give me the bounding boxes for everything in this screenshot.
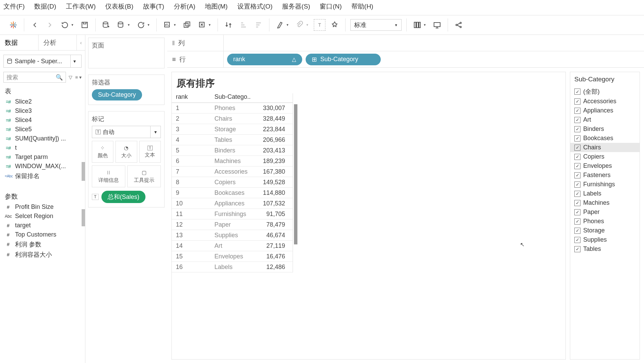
table-row[interactable]: 7Accessories167,380: [172, 166, 293, 177]
param-item[interactable]: 利润容器大小: [0, 250, 85, 260]
filter-checkbox-row[interactable]: ✓Envelopes: [574, 161, 635, 171]
totals-button[interactable]: T: [314, 19, 325, 31]
rows-shelf[interactable]: ≡行 rank△⊞Sub-Category: [167, 51, 644, 68]
mark-text-button[interactable]: T文本: [139, 141, 161, 163]
mark-type-selector[interactable]: T自动 ▾: [92, 126, 161, 138]
table-row[interactable]: 8Copiers149,528: [172, 177, 293, 188]
undo-button[interactable]: [29, 19, 41, 31]
table-row[interactable]: 16Labels12,486: [172, 262, 293, 272]
mark-detail-button[interactable]: ⁝⁝详细信息: [92, 165, 125, 187]
datasource-selector[interactable]: Sample - Super... ▾: [3, 55, 82, 68]
columns-shelf[interactable]: ⦀列: [167, 35, 644, 51]
table-row[interactable]: 6Machines189,239: [172, 156, 293, 166]
filter-checkbox-row[interactable]: ✓Paper: [574, 207, 635, 217]
shelf-pill[interactable]: ⊞Sub-Category: [306, 54, 381, 65]
field-item[interactable]: SUM([Quantity]) ...: [0, 134, 85, 143]
shelf-pill[interactable]: rank△: [227, 54, 302, 65]
filter-checkbox-row[interactable]: ✓(全部): [574, 86, 635, 97]
filter-checkbox-row[interactable]: ✓Chairs: [570, 143, 640, 152]
filter-checkbox-row[interactable]: ✓Binders: [574, 124, 635, 134]
menu-item[interactable]: 仪表板(B): [105, 2, 133, 11]
filter-icon[interactable]: ▽: [69, 75, 72, 80]
field-item[interactable]: Target parm: [0, 152, 85, 162]
menu-item[interactable]: 分析(A): [174, 2, 195, 11]
table-row[interactable]: 12Paper78,479: [172, 219, 293, 230]
table-row[interactable]: 15Envelopes16,476: [172, 251, 293, 262]
table-row[interactable]: 4Tables206,966: [172, 135, 293, 145]
show-cards-button[interactable]: ▼: [411, 19, 428, 31]
fit-dropdown[interactable]: 标准 ▼: [350, 19, 402, 31]
filter-checkbox-row[interactable]: ✓Copiers: [574, 152, 635, 161]
filter-checkbox-row[interactable]: ✓Storage: [574, 226, 635, 235]
menu-item[interactable]: 设置格式(O): [237, 2, 272, 11]
table-row[interactable]: 13Supplies46,674: [172, 230, 293, 241]
scrollbar-thumb[interactable]: [294, 104, 297, 244]
tableau-logo-icon[interactable]: [8, 19, 19, 31]
sort-desc-button[interactable]: [253, 19, 264, 31]
redo-button[interactable]: [44, 19, 56, 31]
filter-checkbox-row[interactable]: ✓Phones: [574, 217, 635, 226]
sheet-title[interactable]: 原有排序: [172, 77, 565, 93]
param-item[interactable]: Selcet Region: [0, 212, 85, 221]
filter-checkbox-row[interactable]: ✓Appliances: [574, 106, 635, 115]
view-options-icon[interactable]: ≡ ▾: [75, 75, 82, 80]
menu-item[interactable]: 服务器(S): [282, 2, 310, 11]
menu-item[interactable]: 地图(M): [205, 2, 227, 11]
new-worksheet-button[interactable]: ▼: [162, 19, 178, 31]
filter-checkbox-row[interactable]: ✓Tables: [574, 244, 635, 254]
table-row[interactable]: 9Bookcases114,880: [172, 188, 293, 198]
revert-button[interactable]: ▼: [59, 19, 75, 31]
field-item[interactable]: t: [0, 143, 85, 152]
swap-button[interactable]: [223, 19, 234, 31]
mark-size-button[interactable]: ◔大小: [115, 141, 137, 163]
mark-color-button[interactable]: ⁘颜色: [92, 141, 113, 163]
table-row[interactable]: 3Storage223,844: [172, 124, 293, 135]
filter-checkbox-row[interactable]: ✓Labels: [574, 189, 635, 198]
field-item[interactable]: WINDOW_MAX(...: [0, 162, 85, 171]
table-row[interactable]: 2Chairs328,449: [172, 113, 293, 124]
new-datasource-button[interactable]: [100, 19, 112, 31]
filter-checkbox-row[interactable]: ✓Supplies: [574, 235, 635, 244]
param-item[interactable]: 利润 参数: [0, 239, 85, 250]
table-row[interactable]: 5Binders203,413: [172, 145, 293, 156]
filter-checkbox-row[interactable]: ✓Art: [574, 115, 635, 124]
duplicate-button[interactable]: [181, 19, 193, 31]
menu-item[interactable]: 文件(F): [3, 2, 25, 11]
sort-asc-button[interactable]: [238, 19, 249, 31]
scrollbar-thumb[interactable]: [82, 209, 85, 226]
field-item[interactable]: 保留排名: [0, 171, 85, 181]
filter-checkbox-row[interactable]: ✓Furnishings: [574, 180, 635, 189]
attach-button[interactable]: ▼: [294, 19, 310, 31]
filter-checkbox-row[interactable]: ✓Fasteners: [574, 171, 635, 180]
menu-item[interactable]: 故事(T): [143, 2, 164, 11]
menu-item[interactable]: 窗口(N): [320, 2, 341, 11]
clear-button[interactable]: ▼: [196, 19, 213, 31]
mark-tooltip-button[interactable]: ▢工具提示: [127, 165, 161, 187]
filter-checkbox-row[interactable]: ✓Machines: [574, 198, 635, 207]
tab-data[interactable]: 数据: [0, 35, 39, 50]
highlight-button[interactable]: ▼: [274, 19, 291, 31]
field-item[interactable]: Slice5: [0, 125, 85, 134]
col-header-subcategory[interactable]: Sub-Catego..: [214, 93, 255, 100]
presentation-button[interactable]: [431, 19, 443, 31]
menu-item[interactable]: 工作表(W): [66, 2, 96, 11]
share-button[interactable]: [453, 19, 464, 31]
tab-analysis[interactable]: 分析: [39, 35, 77, 50]
filter-checkbox-row[interactable]: ✓Accessories: [574, 97, 635, 106]
filter-pill-subcategory[interactable]: Sub-Category: [92, 89, 142, 100]
param-item[interactable]: target: [0, 221, 85, 230]
param-item[interactable]: Top Customers: [0, 230, 85, 239]
pause-updates-button[interactable]: ▼: [115, 19, 132, 31]
search-input[interactable]: 搜索 🔍: [3, 72, 66, 83]
pin-button[interactable]: [329, 19, 340, 31]
collapse-pane-icon[interactable]: ‹: [77, 35, 85, 50]
table-row[interactable]: 10Appliances107,532: [172, 198, 293, 209]
table-row[interactable]: 14Art27,119: [172, 241, 293, 251]
field-item[interactable]: Slice4: [0, 116, 85, 125]
save-button[interactable]: [79, 19, 90, 31]
table-row[interactable]: 11Furnishings91,705: [172, 209, 293, 219]
text-pill-sum-sales[interactable]: 总和(Sales): [101, 191, 145, 203]
field-item[interactable]: Slice2: [0, 97, 85, 106]
field-item[interactable]: Slice3: [0, 106, 85, 116]
menu-item[interactable]: 帮助(H): [351, 2, 373, 11]
